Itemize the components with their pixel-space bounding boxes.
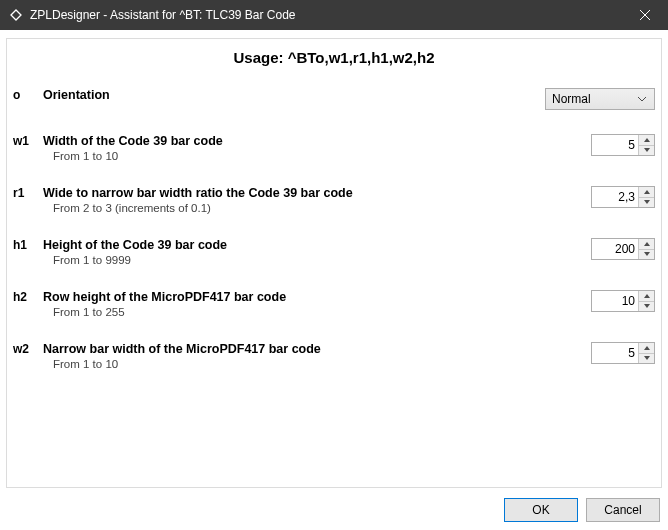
h2-spin[interactable] (591, 290, 655, 312)
window-title: ZPLDesigner - Assistant for ^BT: TLC39 B… (30, 8, 296, 22)
param-label: Row height of the MicroPDF417 bar code (43, 290, 525, 304)
h1-spin[interactable] (591, 238, 655, 260)
chevron-down-icon (634, 97, 650, 102)
param-label: Narrow bar width of the MicroPDF417 bar … (43, 342, 525, 356)
param-range: From 1 to 10 (43, 356, 525, 370)
button-bar: OK Cancel (504, 498, 660, 522)
w1-input[interactable] (592, 135, 638, 155)
r1-spin[interactable] (591, 186, 655, 208)
param-label: Width of the Code 39 bar code (43, 134, 525, 148)
h1-input[interactable] (592, 239, 638, 259)
h2-input[interactable] (592, 291, 638, 311)
spin-up-icon[interactable] (639, 291, 654, 302)
param-row-h2: h2 Row height of the MicroPDF417 bar cod… (7, 282, 661, 334)
usage-header: Usage: ^BTo,w1,r1,h1,w2,h2 (7, 39, 661, 80)
param-row-w2: w2 Narrow bar width of the MicroPDF417 b… (7, 334, 661, 386)
spin-up-icon[interactable] (639, 135, 654, 146)
param-range: From 1 to 255 (43, 304, 525, 318)
content-frame: Usage: ^BTo,w1,r1,h1,w2,h2 o Orientation… (6, 38, 662, 488)
ok-button[interactable]: OK (504, 498, 578, 522)
orientation-value: Normal (552, 92, 634, 106)
r1-input[interactable] (592, 187, 638, 207)
spin-down-icon[interactable] (639, 198, 654, 208)
param-range: From 2 to 3 (increments of 0.1) (43, 200, 525, 214)
param-row-o: o Orientation Normal (7, 80, 661, 126)
spin-down-icon[interactable] (639, 302, 654, 312)
param-row-r1: r1 Wide to narrow bar width ratio the Co… (7, 178, 661, 230)
close-button[interactable] (622, 0, 668, 30)
spin-down-icon[interactable] (639, 146, 654, 156)
param-row-h1: h1 Height of the Code 39 bar code From 1… (7, 230, 661, 282)
param-row-w1: w1 Width of the Code 39 bar code From 1 … (7, 126, 661, 178)
param-code: r1 (7, 178, 37, 230)
param-code: w2 (7, 334, 37, 386)
cancel-label: Cancel (604, 503, 641, 517)
spin-down-icon[interactable] (639, 250, 654, 260)
spin-up-icon[interactable] (639, 187, 654, 198)
app-icon (8, 7, 24, 23)
param-code: o (7, 80, 37, 126)
titlebar: ZPLDesigner - Assistant for ^BT: TLC39 B… (0, 0, 668, 30)
spin-up-icon[interactable] (639, 239, 654, 250)
spin-down-icon[interactable] (639, 354, 654, 364)
param-code: h1 (7, 230, 37, 282)
param-table: o Orientation Normal w1 Width (7, 80, 661, 386)
param-label: Height of the Code 39 bar code (43, 238, 525, 252)
param-code: h2 (7, 282, 37, 334)
w2-input[interactable] (592, 343, 638, 363)
w1-spin[interactable] (591, 134, 655, 156)
orientation-combo[interactable]: Normal (545, 88, 655, 110)
param-code: w1 (7, 126, 37, 178)
spin-up-icon[interactable] (639, 343, 654, 354)
param-range: From 1 to 9999 (43, 252, 525, 266)
w2-spin[interactable] (591, 342, 655, 364)
param-label: Orientation (43, 88, 525, 102)
close-icon (640, 10, 650, 20)
ok-label: OK (532, 503, 549, 517)
param-range: From 1 to 10 (43, 148, 525, 162)
param-label: Wide to narrow bar width ratio the Code … (43, 186, 525, 200)
client-area: Usage: ^BTo,w1,r1,h1,w2,h2 o Orientation… (0, 30, 668, 530)
cancel-button[interactable]: Cancel (586, 498, 660, 522)
